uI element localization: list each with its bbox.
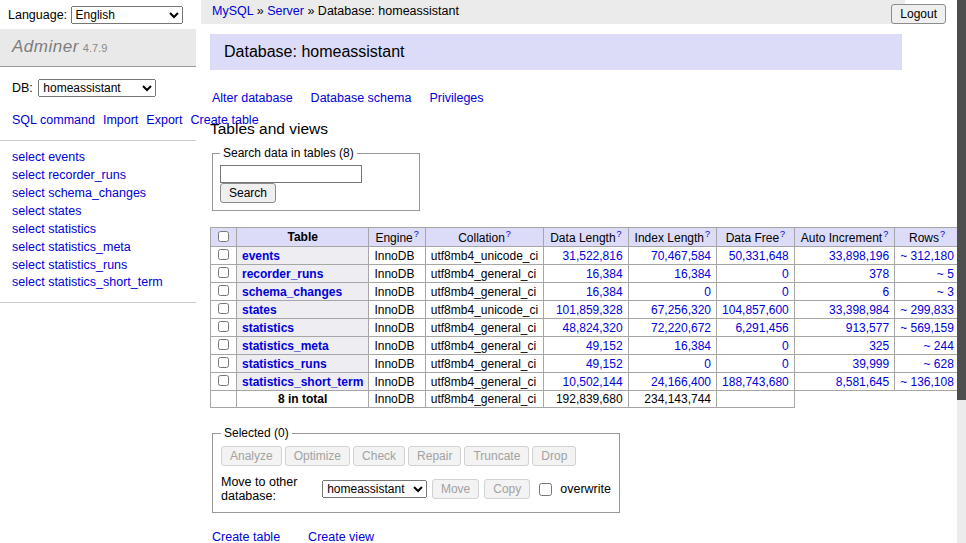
table-name-link[interactable]: statistics — [242, 321, 294, 335]
sidebar-action-link[interactable]: Export — [146, 113, 182, 127]
sidebar-table-link[interactable]: select statistics_short_term — [12, 274, 184, 292]
help-icon[interactable]: ? — [705, 229, 710, 239]
optimize-button[interactable]: Optimize — [285, 446, 350, 466]
auto-increment-link[interactable]: 6 — [882, 285, 889, 299]
analyze-button[interactable]: Analyze — [221, 446, 282, 466]
sidebar-table-link[interactable]: select recorder_runs — [12, 167, 184, 185]
search-input[interactable] — [220, 165, 362, 183]
table-name-link[interactable]: events — [242, 249, 280, 263]
logout-button[interactable]: Logout — [891, 4, 946, 24]
data-length-link[interactable]: 16,384 — [586, 285, 623, 299]
help-icon[interactable]: ? — [940, 229, 945, 239]
data-free-link[interactable]: 0 — [782, 285, 789, 299]
db-action-link[interactable]: Alter database — [212, 91, 293, 105]
overwrite-checkbox[interactable] — [539, 483, 552, 496]
rows-link[interactable]: ~ 136,108 — [900, 375, 954, 389]
data-free-link[interactable]: 0 — [782, 267, 789, 281]
row-checkbox[interactable] — [218, 339, 229, 350]
data-free-link[interactable]: 188,743,680 — [722, 375, 789, 389]
table-name-link[interactable]: states — [242, 303, 277, 317]
move-db-select[interactable]: homeassistant — [322, 480, 427, 498]
rows-link[interactable]: ~ 628 — [924, 357, 954, 371]
db-action-link[interactable]: Privileges — [429, 91, 483, 105]
scrollbar-thumb[interactable] — [957, 0, 966, 400]
sidebar-table-link[interactable]: select statistics_meta — [12, 238, 184, 256]
sidebar-action-link[interactable]: Import — [103, 113, 138, 127]
selected-buttons: AnalyzeOptimizeCheckRepairTruncateDrop — [221, 446, 611, 466]
data-length-link[interactable]: 49,152 — [586, 357, 623, 371]
row-checkbox[interactable] — [218, 321, 229, 332]
data-length-link[interactable]: 48,824,320 — [563, 321, 623, 335]
sidebar-table-link[interactable]: select states — [12, 202, 184, 220]
copy-button[interactable]: Copy — [484, 479, 530, 499]
scrollbar[interactable] — [957, 0, 966, 543]
data-free-link[interactable]: 0 — [782, 357, 789, 371]
index-length-link[interactable]: 16,384 — [674, 339, 711, 353]
rows-link[interactable]: ~ 244 — [924, 339, 954, 353]
auto-increment-link[interactable]: 33,398,984 — [829, 303, 889, 317]
data-length-link[interactable]: 16,384 — [586, 267, 623, 281]
breadcrumb-link[interactable]: Server — [267, 4, 304, 18]
search-button[interactable]: Search — [220, 183, 276, 203]
db-action-link[interactable]: Database schema — [311, 91, 412, 105]
table-name-link[interactable]: recorder_runs — [242, 267, 323, 281]
db-select[interactable]: homeassistant — [38, 79, 156, 97]
truncate-button[interactable]: Truncate — [464, 446, 529, 466]
row-checkbox[interactable] — [218, 357, 229, 368]
index-length-link[interactable]: 0 — [704, 285, 711, 299]
index-length-link[interactable]: 24,166,400 — [651, 375, 711, 389]
data-free-link[interactable]: 6,291,456 — [735, 321, 788, 335]
select-all-checkbox[interactable] — [218, 231, 229, 242]
row-checkbox[interactable] — [218, 249, 229, 260]
data-length-link[interactable]: 49,152 — [586, 339, 623, 353]
rows-link[interactable]: ~ 312,180 — [900, 249, 954, 263]
sidebar-table-link[interactable]: select statistics_runs — [12, 256, 184, 274]
auto-increment-link[interactable]: 39,999 — [852, 357, 889, 371]
row-checkbox[interactable] — [218, 267, 229, 278]
rows-link[interactable]: ~ 299,833 — [900, 303, 954, 317]
help-icon[interactable]: ? — [780, 229, 785, 239]
data-free-link[interactable]: 104,857,600 — [722, 303, 789, 317]
data-free-link[interactable]: 0 — [782, 339, 789, 353]
create-link[interactable]: Create view — [308, 530, 374, 543]
rows-link[interactable]: ~ 5 — [937, 267, 954, 281]
table-name-link[interactable]: statistics_meta — [242, 339, 329, 353]
index-length-link[interactable]: 72,220,672 — [651, 321, 711, 335]
help-icon[interactable]: ? — [506, 229, 511, 239]
drop-button[interactable]: Drop — [532, 446, 576, 466]
auto-increment-link[interactable]: 325 — [869, 339, 889, 353]
table-name-link[interactable]: statistics_short_term — [242, 375, 363, 389]
data-length-link[interactable]: 101,859,328 — [556, 303, 623, 317]
rows-link[interactable]: ~ 3 — [937, 285, 954, 299]
data-free-link[interactable]: 50,331,648 — [729, 249, 789, 263]
row-checkbox[interactable] — [218, 285, 229, 296]
table-name-link[interactable]: statistics_runs — [242, 357, 327, 371]
repair-button[interactable]: Repair — [408, 446, 461, 466]
data-length-link[interactable]: 10,502,144 — [563, 375, 623, 389]
sidebar-table-link[interactable]: select schema_changes — [12, 185, 184, 203]
sidebar-table-link[interactable]: select statistics — [12, 220, 184, 238]
help-icon[interactable]: ? — [883, 229, 888, 239]
sidebar-action-link[interactable]: SQL command — [12, 113, 95, 127]
rows-link[interactable]: ~ 569,159 — [900, 321, 954, 335]
auto-increment-link[interactable]: 913,577 — [846, 321, 889, 335]
index-length-link[interactable]: 70,467,584 — [651, 249, 711, 263]
auto-increment-link[interactable]: 33,898,196 — [829, 249, 889, 263]
row-checkbox[interactable] — [218, 303, 229, 314]
auto-increment-link[interactable]: 8,581,645 — [836, 375, 889, 389]
auto-increment-link[interactable]: 378 — [869, 267, 889, 281]
create-link[interactable]: Create table — [212, 530, 280, 543]
move-button[interactable]: Move — [432, 479, 479, 499]
row-checkbox[interactable] — [218, 375, 229, 386]
data-length-link[interactable]: 31,522,816 — [563, 249, 623, 263]
help-icon[interactable]: ? — [617, 229, 622, 239]
index-length-link[interactable]: 0 — [704, 357, 711, 371]
sidebar-table-link[interactable]: select events — [12, 149, 184, 167]
table-name-link[interactable]: schema_changes — [242, 285, 342, 299]
index-length-link[interactable]: 67,256,320 — [651, 303, 711, 317]
help-icon[interactable]: ? — [414, 229, 419, 239]
check-button[interactable]: Check — [353, 446, 405, 466]
breadcrumb-link[interactable]: MySQL — [212, 4, 253, 18]
index-length-link[interactable]: 16,384 — [674, 267, 711, 281]
language-select[interactable]: English — [71, 6, 183, 24]
